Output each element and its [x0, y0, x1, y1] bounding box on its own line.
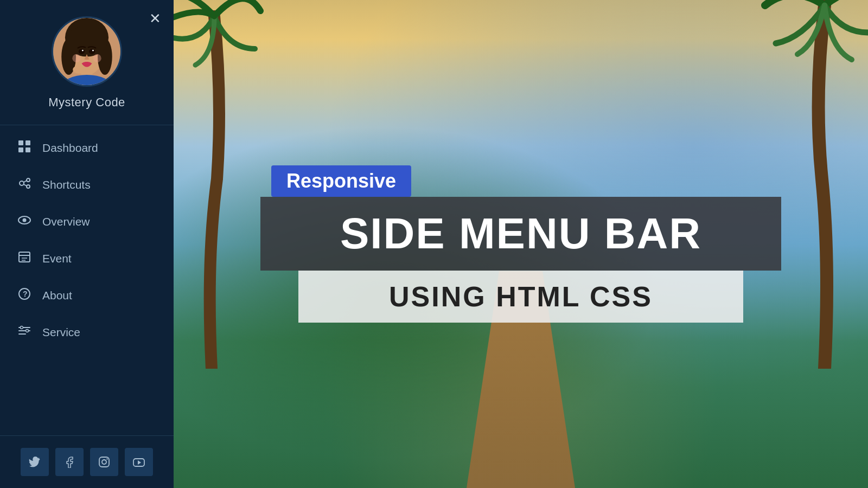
svg-point-12 — [72, 54, 80, 62]
svg-rect-18 — [25, 147, 30, 152]
svg-marker-41 — [138, 460, 141, 465]
shortcuts-icon — [16, 176, 33, 194]
sidebar-item-dashboard[interactable]: Dashboard — [0, 130, 174, 166]
svg-point-8 — [79, 49, 85, 54]
sidebar-item-event[interactable]: Event — [0, 240, 174, 277]
sidebar-item-label-dashboard: Dashboard — [42, 142, 98, 155]
profile-name: Mystery Code — [48, 95, 125, 110]
sidebar-item-about[interactable]: ? About — [0, 277, 174, 314]
sidebar-item-label-service: Service — [42, 326, 80, 339]
svg-point-9 — [89, 49, 95, 54]
svg-rect-16 — [25, 140, 30, 145]
sidebar-item-overview[interactable]: Overview — [0, 203, 174, 240]
svg-point-20 — [27, 178, 30, 182]
svg-point-13 — [93, 54, 101, 62]
main-content: Responsive SIDE MENU BAR USING HTML CSS — [174, 0, 868, 488]
svg-point-39 — [106, 458, 107, 459]
overview-icon — [16, 213, 33, 230]
event-icon — [16, 250, 33, 267]
sidebar-item-label-shortcuts: Shortcuts — [42, 178, 91, 191]
twitter-button[interactable] — [21, 448, 49, 476]
svg-rect-15 — [18, 140, 23, 145]
sidebar-item-service[interactable]: Service — [0, 314, 174, 351]
subtitle-block: USING HTML CSS — [298, 271, 743, 323]
social-bar — [0, 435, 174, 488]
dashboard-icon — [16, 139, 33, 157]
main-title: SIDE MENU BAR — [277, 209, 765, 259]
svg-point-25 — [23, 219, 27, 222]
svg-point-14 — [73, 66, 85, 74]
sidebar: ✕ — [0, 0, 174, 488]
svg-point-19 — [20, 181, 24, 185]
text-overlay-container: Responsive SIDE MENU BAR USING HTML CSS — [271, 165, 770, 323]
svg-point-36 — [26, 330, 29, 332]
svg-line-22 — [24, 181, 27, 182]
svg-line-23 — [24, 184, 27, 186]
background-image: Responsive SIDE MENU BAR USING HTML CSS — [174, 0, 868, 488]
avatar — [52, 16, 122, 87]
sidebar-item-label-about: About — [42, 289, 72, 302]
svg-point-35 — [21, 326, 23, 329]
about-icon: ? — [16, 287, 33, 304]
sidebar-item-label-overview: Overview — [42, 215, 90, 228]
svg-point-38 — [102, 460, 106, 464]
sidebar-nav: Dashboard Shortcuts Overv — [0, 130, 174, 435]
svg-point-21 — [27, 185, 30, 188]
facebook-button[interactable] — [55, 448, 84, 476]
svg-point-10 — [82, 50, 84, 52]
svg-point-11 — [92, 50, 94, 52]
sidebar-item-shortcuts[interactable]: Shortcuts — [0, 166, 174, 203]
responsive-badge: Responsive — [271, 165, 411, 197]
service-icon — [16, 324, 33, 341]
sidebar-item-label-event: Event — [42, 252, 72, 265]
nav-divider — [0, 125, 174, 125]
svg-text:?: ? — [23, 290, 28, 298]
instagram-button[interactable] — [90, 448, 118, 476]
main-title-block: SIDE MENU BAR — [260, 197, 781, 271]
youtube-button[interactable] — [125, 448, 153, 476]
close-button[interactable]: ✕ — [145, 9, 165, 28]
subtitle-text: USING HTML CSS — [315, 280, 727, 313]
svg-rect-17 — [18, 147, 23, 152]
svg-point-7 — [66, 25, 107, 56]
